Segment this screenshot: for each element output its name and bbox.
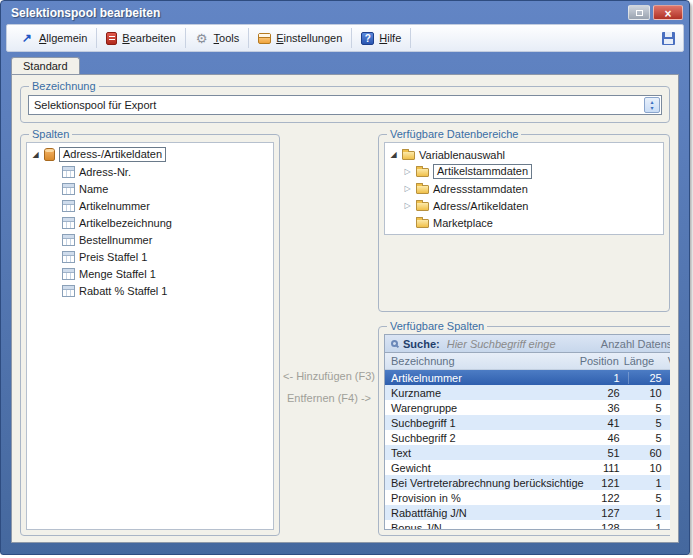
spalten-grid: Suche: Anzahl Datensätze: 583 Bezeichnun… — [384, 334, 670, 530]
tab-bar: Standard — [11, 55, 679, 74]
settings-icon — [258, 33, 271, 44]
toolbar-items: Allgemein Bearbeiten Tools Einstellungen… — [11, 28, 411, 48]
save-icon — [662, 32, 675, 45]
tree-item[interactable]: Marketplace — [385, 214, 663, 231]
table-row[interactable]: Bonus J/N 128 1 AJN — [385, 520, 670, 529]
tree-item-label: Artikelbezeichnung — [79, 217, 172, 229]
verfuegbare-spalten-group-label: Verfügbare Spalten — [387, 320, 487, 332]
tree-item-label: Preis Staffel 1 — [79, 251, 147, 263]
tree-item[interactable]: Rabatt % Staffel 1 — [27, 282, 273, 299]
table-row[interactable]: Artikelnummer 1 25 L — [385, 370, 670, 385]
tree-item[interactable]: Preis Staffel 1 — [27, 248, 273, 265]
table-row[interactable]: Suchbegriff 1 41 5 L — [385, 415, 670, 430]
save-button[interactable] — [657, 28, 679, 48]
tree-item-label: Adress-Nr. — [79, 166, 131, 178]
bezeichnung-value: Selektionspool für Export — [29, 99, 644, 111]
tree-item[interactable]: Variablenauswahl — [385, 146, 663, 163]
main-panel: Bezeichnung Selektionspool für Export Sp… — [11, 74, 679, 543]
spalten-group: Spalten Adress-/Artikeldaten Adress-Nr. … — [20, 128, 280, 536]
table-row[interactable]: Bei Vertreterabrechnung berücksichtige 1… — [385, 475, 670, 490]
column-header-va[interactable]: VA — [664, 355, 670, 367]
tree-item[interactable]: Adressstammdaten — [385, 180, 663, 197]
table-icon — [62, 183, 75, 195]
toolbar-item-allgemein[interactable]: Allgemein — [11, 28, 97, 48]
datenbereiche-group: Verfügbare Datenbereiche Variablenauswah… — [378, 128, 670, 312]
datenbereiche-tree[interactable]: Variablenauswahl Artikelstammdaten Adres… — [384, 142, 664, 235]
combobox-spinner-button[interactable] — [644, 97, 660, 113]
table-row[interactable]: Text 51 60 L — [385, 445, 670, 460]
columns-layout: Spalten Adress-/Artikeldaten Adress-Nr. … — [20, 128, 670, 536]
transfer-buttons: <- Hinzufügen (F3) Entfernen (F4) -> — [280, 128, 378, 536]
titlebar[interactable]: Selektionspool bearbeiten — [1, 1, 689, 24]
tree-item[interactable]: Adress/Artikeldaten — [385, 197, 663, 214]
window-bottom-border — [1, 543, 689, 554]
restore-icon — [636, 10, 643, 16]
grid-body: Artikelnummer 1 25 L Kurzname 26 10 L Wa… — [385, 370, 670, 529]
folder-icon — [416, 168, 429, 177]
table-icon — [62, 268, 75, 280]
expander-icon[interactable] — [403, 167, 412, 176]
column-header-laenge[interactable]: Länge — [622, 355, 664, 367]
tree-item[interactable]: Artikelbezeichnung — [27, 214, 273, 231]
tree-item[interactable]: Name — [27, 180, 273, 197]
tree-item-label: Variablenauswahl — [419, 149, 505, 161]
window-title: Selektionspool bearbeiten — [11, 6, 625, 20]
tree-item-label: Adress-/Artikeldaten — [59, 147, 166, 162]
table-icon — [62, 285, 75, 297]
toolbar-item-tools[interactable]: Tools — [186, 28, 250, 48]
expander-icon[interactable] — [403, 184, 412, 193]
search-input[interactable] — [445, 337, 596, 351]
toolbar-item-bearbeiten[interactable]: Bearbeiten — [97, 28, 185, 48]
table-row[interactable]: Provision in % 122 5 R2 — [385, 490, 670, 505]
table-row[interactable]: Warengruppe 36 5 L — [385, 400, 670, 415]
close-icon — [664, 4, 671, 22]
toolbar-item-hilfe[interactable]: Hilfe — [352, 28, 411, 48]
table-row[interactable]: Suchbegriff 2 46 5 L — [385, 430, 670, 445]
tree-item[interactable]: Menge Staffel 1 — [27, 265, 273, 282]
arrow-icon — [20, 31, 34, 45]
close-button[interactable] — [653, 5, 683, 20]
spalten-group-label: Spalten — [29, 128, 72, 140]
tree-item-label: Adress/Artikeldaten — [433, 200, 528, 212]
toolbar-item-einstellungen[interactable]: Einstellungen — [249, 28, 352, 48]
column-header-bezeichnung[interactable]: Bezeichnung — [385, 355, 578, 367]
table-row[interactable]: Kurzname 26 10 L — [385, 385, 670, 400]
bezeichnung-group-label: Bezeichnung — [29, 80, 99, 92]
tab-standard[interactable]: Standard — [11, 57, 80, 74]
tree-item[interactable]: Bestellnummer — [27, 231, 273, 248]
search-bar: Suche: Anzahl Datensätze: 583 — [385, 335, 670, 353]
tools-icon — [195, 31, 209, 45]
tree-item[interactable]: Adress-Nr. — [27, 163, 273, 180]
tree-item[interactable]: Adress-/Artikeldaten — [27, 146, 273, 163]
table-icon — [62, 166, 75, 178]
toolbar: Allgemein Bearbeiten Tools Einstellungen… — [6, 24, 684, 52]
bezeichnung-combobox[interactable]: Selektionspool für Export — [28, 95, 662, 115]
tree-item-label: Artikelnummer — [79, 200, 150, 212]
expander-icon[interactable] — [403, 201, 412, 210]
restore-button[interactable] — [628, 5, 650, 20]
table-row[interactable]: Rabattfähig J/N 127 1 AJN — [385, 505, 670, 520]
table-icon — [62, 200, 75, 212]
edit-icon — [106, 32, 117, 45]
tree-item[interactable]: Artikelnummer — [27, 197, 273, 214]
folder-icon — [402, 151, 415, 160]
tree-item[interactable]: Artikelstammdaten — [385, 163, 663, 180]
search-icon — [391, 340, 398, 347]
spalten-tree[interactable]: Adress-/Artikeldaten Adress-Nr. Name Art… — [26, 142, 274, 530]
tree-item-label: Name — [79, 183, 108, 195]
help-icon — [361, 32, 374, 45]
record-count: Anzahl Datensätze: 583 — [601, 338, 670, 350]
tree-item-label: Menge Staffel 1 — [79, 268, 156, 280]
table-icon — [62, 217, 75, 229]
expander-icon[interactable] — [31, 150, 40, 159]
add-button[interactable]: <- Hinzufügen (F3) — [283, 370, 375, 382]
expander-icon[interactable] — [389, 150, 398, 159]
tree-item-label: Bestellnummer — [79, 234, 152, 246]
remove-button[interactable]: Entfernen (F4) -> — [287, 392, 371, 404]
grid-header: Bezeichnung Position Länge VA — [385, 353, 670, 370]
search-label: Suche: — [403, 338, 440, 350]
table-row[interactable]: Gewicht 111 10 R — [385, 460, 670, 475]
dialog-window: Selektionspool bearbeiten Allgemein Bear… — [0, 0, 690, 555]
column-header-position[interactable]: Position — [578, 355, 622, 367]
folder-icon — [416, 219, 429, 228]
